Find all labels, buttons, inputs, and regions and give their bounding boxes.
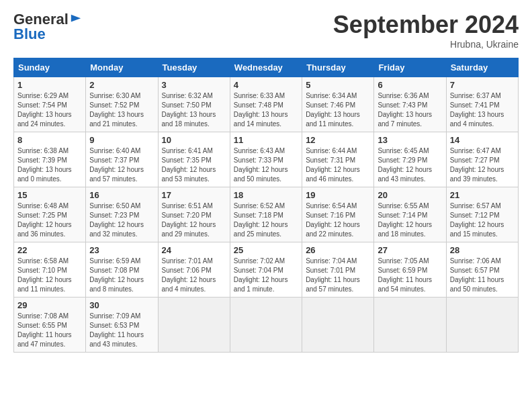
list-item: 24Sunrise: 7:01 AMSunset: 7:06 PMDayligh… [158, 242, 230, 298]
table-row: 1Sunrise: 6:29 AMSunset: 7:54 PMDaylight… [14, 77, 519, 132]
list-item: 7Sunrise: 6:37 AMSunset: 7:41 PMDaylight… [446, 77, 518, 132]
table-row: 29Sunrise: 7:08 AMSunset: 6:55 PMDayligh… [14, 298, 519, 353]
list-item [158, 298, 230, 353]
day-number: 22 [17, 245, 82, 255]
day-number: 21 [450, 190, 515, 200]
day-number: 5 [306, 80, 370, 90]
calendar-body: 1Sunrise: 6:29 AMSunset: 7:54 PMDaylight… [14, 77, 519, 353]
day-info: Sunrise: 6:52 AMSunset: 7:18 PMDaylight:… [234, 201, 298, 239]
list-item: 16Sunrise: 6:50 AMSunset: 7:23 PMDayligh… [86, 187, 158, 242]
day-number: 6 [378, 80, 442, 90]
list-item: 30Sunrise: 7:09 AMSunset: 6:53 PMDayligh… [86, 298, 158, 353]
header: General Blue September 2024 Hrubna, Ukra… [13, 11, 519, 50]
day-info: Sunrise: 7:01 AMSunset: 7:06 PMDaylight:… [162, 257, 226, 294]
list-item: 4Sunrise: 6:33 AMSunset: 7:48 PMDaylight… [230, 77, 302, 132]
day-info: Sunrise: 7:08 AMSunset: 6:55 PMDaylight:… [17, 312, 82, 349]
list-item: 23Sunrise: 6:59 AMSunset: 7:08 PMDayligh… [86, 242, 158, 298]
day-number: 10 [162, 135, 226, 145]
day-info: Sunrise: 6:45 AMSunset: 7:29 PMDaylight:… [378, 146, 442, 184]
day-number: 14 [450, 135, 515, 145]
col-friday: Friday [374, 58, 446, 77]
day-number: 9 [89, 135, 154, 145]
day-info: Sunrise: 6:36 AMSunset: 7:43 PMDaylight:… [378, 91, 442, 129]
day-number: 25 [234, 245, 298, 255]
table-row: 8Sunrise: 6:38 AMSunset: 7:39 PMDaylight… [14, 132, 519, 187]
day-number: 24 [162, 245, 226, 255]
day-info: Sunrise: 6:41 AMSunset: 7:35 PMDaylight:… [162, 146, 226, 184]
day-number: 7 [450, 80, 515, 90]
table-row: 15Sunrise: 6:48 AMSunset: 7:25 PMDayligh… [14, 187, 519, 242]
svg-marker-0 [71, 15, 81, 22]
list-item [446, 298, 518, 353]
day-info: Sunrise: 6:29 AMSunset: 7:54 PMDaylight:… [17, 91, 82, 129]
list-item: 21Sunrise: 6:57 AMSunset: 7:12 PMDayligh… [446, 187, 518, 242]
day-info: Sunrise: 6:50 AMSunset: 7:23 PMDaylight:… [89, 201, 154, 239]
day-info: Sunrise: 6:33 AMSunset: 7:48 PMDaylight:… [234, 91, 298, 129]
day-info: Sunrise: 6:30 AMSunset: 7:52 PMDaylight:… [89, 91, 154, 129]
col-thursday: Thursday [302, 58, 374, 77]
month-title: September 2024 [333, 11, 519, 39]
day-number: 3 [162, 80, 226, 90]
day-number: 30 [89, 300, 154, 310]
list-item: 19Sunrise: 6:54 AMSunset: 7:16 PMDayligh… [302, 187, 374, 242]
day-number: 19 [306, 190, 370, 200]
list-item: 26Sunrise: 7:04 AMSunset: 7:01 PMDayligh… [302, 242, 374, 298]
calendar-table: Sunday Monday Tuesday Wednesday Thursday… [13, 58, 519, 353]
title-area: September 2024 Hrubna, Ukraine [333, 11, 519, 50]
list-item: 18Sunrise: 6:52 AMSunset: 7:18 PMDayligh… [230, 187, 302, 242]
day-number: 11 [234, 135, 298, 145]
list-item [230, 298, 302, 353]
list-item: 14Sunrise: 6:47 AMSunset: 7:27 PMDayligh… [446, 132, 518, 187]
day-info: Sunrise: 7:02 AMSunset: 7:04 PMDaylight:… [234, 257, 298, 294]
day-number: 23 [89, 245, 154, 255]
day-number: 28 [450, 245, 515, 255]
day-number: 4 [234, 80, 298, 90]
list-item: 11Sunrise: 6:43 AMSunset: 7:33 PMDayligh… [230, 132, 302, 187]
list-item [302, 298, 374, 353]
day-info: Sunrise: 6:37 AMSunset: 7:41 PMDaylight:… [450, 91, 515, 129]
day-info: Sunrise: 6:57 AMSunset: 7:12 PMDaylight:… [450, 201, 515, 239]
col-saturday: Saturday [446, 58, 518, 77]
list-item: 29Sunrise: 7:08 AMSunset: 6:55 PMDayligh… [14, 298, 86, 353]
logo: General Blue [13, 11, 82, 43]
list-item: 6Sunrise: 6:36 AMSunset: 7:43 PMDaylight… [374, 77, 446, 132]
day-number: 13 [378, 135, 442, 145]
day-info: Sunrise: 6:43 AMSunset: 7:33 PMDaylight:… [234, 146, 298, 184]
list-item: 22Sunrise: 6:58 AMSunset: 7:10 PMDayligh… [14, 242, 86, 298]
list-item: 25Sunrise: 7:02 AMSunset: 7:04 PMDayligh… [230, 242, 302, 298]
day-number: 8 [17, 135, 82, 145]
col-sunday: Sunday [14, 58, 86, 77]
list-item: 27Sunrise: 7:05 AMSunset: 6:59 PMDayligh… [374, 242, 446, 298]
day-info: Sunrise: 6:54 AMSunset: 7:16 PMDaylight:… [306, 201, 370, 239]
day-number: 27 [378, 245, 442, 255]
list-item: 13Sunrise: 6:45 AMSunset: 7:29 PMDayligh… [374, 132, 446, 187]
day-info: Sunrise: 7:04 AMSunset: 7:01 PMDaylight:… [306, 257, 370, 294]
list-item [374, 298, 446, 353]
page-container: General Blue September 2024 Hrubna, Ukra… [0, 0, 532, 359]
list-item: 20Sunrise: 6:55 AMSunset: 7:14 PMDayligh… [374, 187, 446, 242]
day-number: 18 [234, 190, 298, 200]
day-info: Sunrise: 6:55 AMSunset: 7:14 PMDaylight:… [378, 201, 442, 239]
day-number: 1 [17, 80, 82, 90]
day-info: Sunrise: 6:58 AMSunset: 7:10 PMDaylight:… [17, 257, 82, 294]
list-item: 10Sunrise: 6:41 AMSunset: 7:35 PMDayligh… [158, 132, 230, 187]
day-info: Sunrise: 6:40 AMSunset: 7:37 PMDaylight:… [89, 146, 154, 184]
day-info: Sunrise: 6:47 AMSunset: 7:27 PMDaylight:… [450, 146, 515, 184]
col-monday: Monday [86, 58, 158, 77]
day-number: 15 [17, 190, 82, 200]
day-info: Sunrise: 6:38 AMSunset: 7:39 PMDaylight:… [17, 146, 82, 184]
list-item: 17Sunrise: 6:51 AMSunset: 7:20 PMDayligh… [158, 187, 230, 242]
logo-blue-text: Blue [13, 26, 46, 43]
day-info: Sunrise: 6:32 AMSunset: 7:50 PMDaylight:… [162, 91, 226, 129]
list-item: 3Sunrise: 6:32 AMSunset: 7:50 PMDaylight… [158, 77, 230, 132]
list-item: 2Sunrise: 6:30 AMSunset: 7:52 PMDaylight… [86, 77, 158, 132]
day-info: Sunrise: 6:48 AMSunset: 7:25 PMDaylight:… [17, 201, 82, 239]
header-row: Sunday Monday Tuesday Wednesday Thursday… [14, 58, 519, 77]
col-wednesday: Wednesday [230, 58, 302, 77]
day-info: Sunrise: 6:59 AMSunset: 7:08 PMDaylight:… [89, 257, 154, 294]
list-item: 1Sunrise: 6:29 AMSunset: 7:54 PMDaylight… [14, 77, 86, 132]
col-tuesday: Tuesday [158, 58, 230, 77]
list-item: 12Sunrise: 6:44 AMSunset: 7:31 PMDayligh… [302, 132, 374, 187]
logo-flag-icon [70, 13, 82, 26]
list-item: 15Sunrise: 6:48 AMSunset: 7:25 PMDayligh… [14, 187, 86, 242]
